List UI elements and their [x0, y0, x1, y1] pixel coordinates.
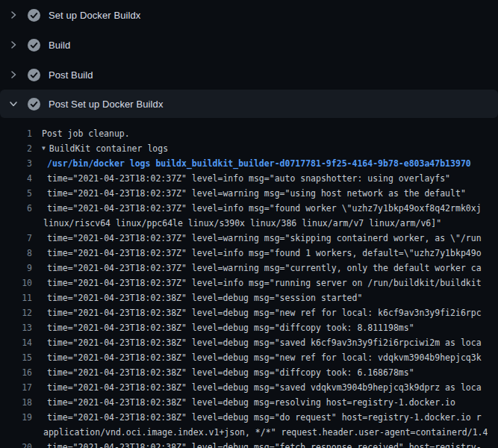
step-label: Post Build — [49, 69, 93, 81]
line-text: Post job cleanup. — [42, 126, 130, 141]
actions-log-viewer: { "colors": { "page_background": "#0a0d1… — [0, 0, 498, 448]
line-content: /usr/bin/docker logs buildx_buildkit_bui… — [32, 156, 498, 171]
log-line[interactable]: 2 ▼ BuildKit container logs — [0, 141, 498, 156]
log-line: linux/riscv64 linux/ppc64le linux/s390x … — [0, 216, 498, 231]
line-number[interactable]: 19 — [0, 410, 32, 425]
log-line: 15 time="2021-04-23T18:02:38Z" level=deb… — [0, 350, 498, 365]
line-content: time="2021-04-23T18:02:38Z" level=debug … — [32, 350, 498, 365]
line-number[interactable]: 13 — [0, 320, 32, 335]
line-content: time="2021-04-23T18:02:38Z" level=debug … — [32, 410, 498, 425]
line-text: time="2021-04-23T18:02:37Z" level=info m… — [47, 246, 482, 261]
log-line: 7 time="2021-04-23T18:02:37Z" level=warn… — [0, 231, 498, 246]
line-text: time="2021-04-23T18:02:38Z" level=debug … — [47, 305, 482, 320]
line-text: time="2021-04-23T18:02:38Z" level=debug … — [47, 440, 482, 448]
line-content: time="2021-04-23T18:02:37Z" level=info m… — [32, 276, 498, 290]
chevron-down-icon — [9, 99, 18, 108]
log-line: 16 time="2021-04-23T18:02:38Z" level=deb… — [0, 365, 498, 380]
line-text: time="2021-04-23T18:02:37Z" level=warnin… — [47, 186, 466, 201]
check-circle-icon — [28, 9, 40, 22]
log-line: 4 time="2021-04-23T18:02:37Z" level=info… — [0, 171, 498, 186]
step-label: Build — [49, 40, 70, 51]
line-content: application/vnd.oci.image.index.v1+json,… — [32, 425, 498, 440]
line-number[interactable]: 4 — [0, 171, 32, 186]
log-line: 19 time="2021-04-23T18:02:38Z" level=deb… — [0, 410, 498, 425]
step-row-build[interactable]: Build — [0, 30, 498, 60]
log-line: 17 time="2021-04-23T18:02:38Z" level=deb… — [0, 380, 498, 395]
line-text: time="2021-04-23T18:02:38Z" level=debug … — [47, 380, 482, 395]
line-content: time="2021-04-23T18:02:38Z" level=debug … — [32, 305, 498, 320]
line-content: time="2021-04-23T18:02:37Z" level=info m… — [32, 171, 498, 186]
line-number[interactable]: 11 — [0, 290, 32, 305]
log-line: 8 time="2021-04-23T18:02:37Z" level=info… — [0, 246, 498, 261]
log-line: 20 time="2021-04-23T18:02:38Z" level=deb… — [0, 440, 498, 448]
line-number[interactable]: 14 — [0, 335, 32, 350]
line-text: linux/riscv64 linux/ppc64le linux/s390x … — [43, 216, 441, 231]
line-text: BuildKit container logs — [49, 141, 168, 156]
line-number[interactable]: 15 — [0, 350, 32, 365]
line-text: time="2021-04-23T18:02:37Z" level=warnin… — [47, 231, 482, 246]
line-content: time="2021-04-23T18:02:38Z" level=debug … — [32, 395, 498, 410]
line-number[interactable]: 7 — [0, 231, 32, 246]
chevron-icon[interactable] — [9, 10, 18, 19]
log-line: 1 Post job cleanup. — [0, 126, 498, 141]
line-content: time="2021-04-23T18:02:38Z" level=debug … — [32, 380, 498, 395]
line-text: time="2021-04-23T18:02:37Z" level=info m… — [47, 201, 482, 216]
line-number[interactable]: 6 — [0, 201, 32, 216]
line-number[interactable]: 2 — [0, 141, 32, 156]
line-content: time="2021-04-23T18:02:38Z" level=debug … — [32, 335, 498, 350]
line-text: application/vnd.oci.image.index.v1+json,… — [43, 425, 488, 440]
line-text: time="2021-04-23T18:02:37Z" level=info m… — [47, 276, 482, 290]
line-number[interactable]: 3 — [0, 156, 32, 171]
chevron-right-icon — [9, 40, 18, 49]
line-content: Post job cleanup. — [32, 126, 498, 141]
line-text: time="2021-04-23T18:02:38Z" level=debug … — [47, 335, 482, 350]
line-number[interactable]: 8 — [0, 246, 32, 261]
line-content: time="2021-04-23T18:02:37Z" level=warnin… — [32, 261, 498, 276]
line-content: time="2021-04-23T18:02:38Z" level=debug … — [32, 290, 498, 305]
line-number[interactable]: 17 — [0, 380, 32, 395]
log-line: application/vnd.oci.image.index.v1+json,… — [0, 425, 498, 440]
chevron-right-icon — [9, 70, 18, 79]
chevron-icon[interactable] — [9, 70, 18, 79]
step-label: Set up Docker Buildx — [49, 10, 140, 21]
chevron-icon[interactable] — [9, 40, 18, 49]
line-number[interactable]: 9 — [0, 261, 32, 276]
line-number[interactable]: 18 — [0, 395, 32, 410]
line-number[interactable]: 12 — [0, 305, 32, 320]
log-line: 3 /usr/bin/docker logs buildx_buildkit_b… — [0, 156, 498, 171]
line-text: time="2021-04-23T18:02:38Z" level=debug … — [47, 365, 414, 380]
steps-list: Set up Docker Buildx Build — [0, 0, 498, 118]
line-number[interactable]: 16 — [0, 365, 32, 380]
line-content: time="2021-04-23T18:02:37Z" level=warnin… — [32, 186, 498, 201]
log-line: 13 time="2021-04-23T18:02:38Z" level=deb… — [0, 320, 498, 335]
step-label: Post Set up Docker Buildx — [49, 99, 164, 110]
line-text: /usr/bin/docker logs buildx_buildkit_bui… — [47, 156, 471, 171]
log-container: 1 Post job cleanup. 2 ▼ BuildKit contain… — [0, 118, 498, 448]
group-caret-icon[interactable]: ▼ — [42, 141, 46, 156]
line-text: time="2021-04-23T18:02:38Z" level=debug … — [47, 320, 414, 335]
step-row-set-up-docker-buildx[interactable]: Set up Docker Buildx — [0, 0, 498, 30]
log-line: 5 time="2021-04-23T18:02:37Z" level=warn… — [0, 186, 498, 201]
line-number[interactable]: 10 — [0, 276, 32, 290]
check-circle-icon — [28, 98, 40, 111]
step-row-post-build[interactable]: Post Build — [0, 60, 498, 90]
step-row-post-set-up-docker-buildx[interactable]: Post Set up Docker Buildx — [0, 90, 498, 118]
line-text: time="2021-04-23T18:02:38Z" level=debug … — [47, 350, 482, 365]
check-circle-icon — [28, 69, 40, 81]
check-circle-icon — [28, 39, 40, 52]
line-content: ▼ BuildKit container logs — [32, 141, 498, 156]
line-content: time="2021-04-23T18:02:37Z" level=info m… — [32, 201, 498, 216]
line-number[interactable]: 5 — [0, 186, 32, 201]
log-line: 10 time="2021-04-23T18:02:37Z" level=inf… — [0, 276, 498, 290]
chevron-icon[interactable] — [9, 99, 18, 108]
line-content: linux/riscv64 linux/ppc64le linux/s390x … — [32, 216, 498, 231]
line-number[interactable]: 20 — [0, 440, 32, 448]
line-text: time="2021-04-23T18:02:37Z" level=warnin… — [47, 261, 482, 276]
log-line: 12 time="2021-04-23T18:02:38Z" level=deb… — [0, 305, 498, 320]
chevron-right-icon — [9, 10, 18, 19]
line-text: time="2021-04-23T18:02:38Z" level=debug … — [47, 410, 482, 425]
line-number[interactable]: 1 — [0, 126, 32, 141]
line-text: time="2021-04-23T18:02:38Z" level=debug … — [47, 395, 455, 410]
log-line: 11 time="2021-04-23T18:02:38Z" level=deb… — [0, 290, 498, 305]
log-line: 18 time="2021-04-23T18:02:38Z" level=deb… — [0, 395, 498, 410]
